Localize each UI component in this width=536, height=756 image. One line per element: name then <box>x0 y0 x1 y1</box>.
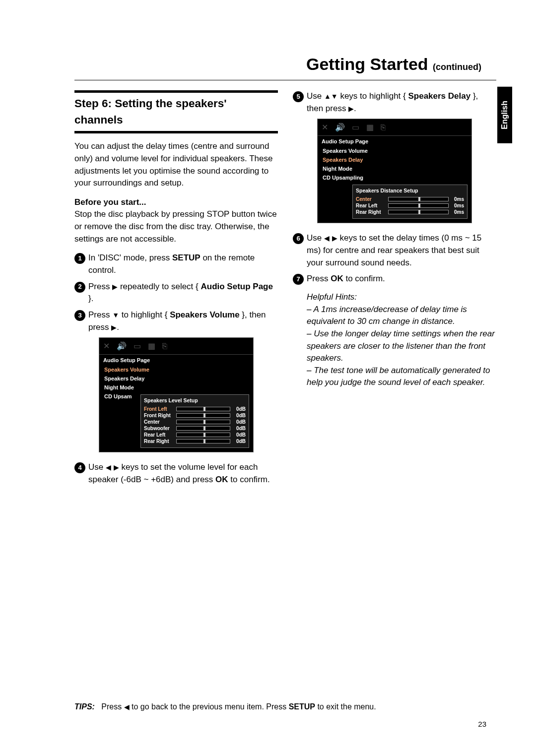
step-5: 5 Use ▲▼ keys to highlight { Speakers De… <box>293 90 496 115</box>
step-3: 3 Press ▼ to highlight { Speakers Volume… <box>74 309 278 333</box>
helpful-hints: Helpful Hints: – A 1ms increase/decrease… <box>293 291 496 389</box>
osd1-title: Audio Setup Page <box>99 355 253 366</box>
right-arrow-icon: ▶ <box>112 283 118 291</box>
slider-icon <box>176 407 230 411</box>
step-badge-1: 1 <box>74 253 85 264</box>
step-badge-4: 4 <box>74 462 85 473</box>
content-columns: Step 6: Setting the speakers' channels Y… <box>74 90 496 490</box>
down-arrow-icon: ▼ <box>112 311 119 319</box>
step-2-text: Press ▶ repeatedly to select { Audio Set… <box>88 281 278 305</box>
right-arrow-icon: ▶ <box>348 105 354 113</box>
hint-3: – The test tone will be automatically ge… <box>307 365 496 389</box>
down-arrow-icon: ▼ <box>331 92 338 100</box>
osd2-row-2: Rear Right0ms <box>356 209 464 215</box>
step-2: 2 Press ▶ repeatedly to select { Audio S… <box>74 281 278 305</box>
slider-icon <box>388 203 449 208</box>
osd2-item-0: Speakers Volume <box>318 147 471 156</box>
osd1-row-3: Subwoofer0dB <box>144 425 246 432</box>
osd1-row-1: Front Right0dB <box>144 412 246 419</box>
heading-main: Getting Started <box>306 55 428 73</box>
slider-icon <box>388 210 449 214</box>
osd-speakers-volume: ✕ 🔊 ▭ ▦ ⎘ Audio Setup Page Speakers Volu… <box>99 337 254 452</box>
step-7: 7 Press OK to confirm. <box>293 273 496 285</box>
section-title: Step 6: Setting the speakers' channels <box>74 93 278 131</box>
step-6-text: Use ◀ ▶ keys to set the delay times (0 m… <box>307 232 496 269</box>
left-arrow-icon: ◀ <box>324 234 330 242</box>
step-badge-3: 3 <box>74 310 85 321</box>
right-arrow-icon: ▶ <box>114 463 119 471</box>
slider-icon <box>176 426 230 431</box>
tool-icon: ✕ <box>103 340 110 352</box>
left-arrow-icon: ◀ <box>106 463 111 471</box>
video-icon: ▭ <box>134 340 141 352</box>
hint-1: – A 1ms increase/decrease of delay time … <box>307 304 496 328</box>
slider-icon <box>176 433 230 437</box>
video-icon: ▭ <box>352 122 359 133</box>
osd-tab-icons: ✕ 🔊 ▭ ▦ ⎘ <box>318 119 471 136</box>
slider-icon <box>388 197 449 201</box>
language-tab: English <box>497 87 512 143</box>
hint-2: – Use the longer delay time settings whe… <box>307 328 496 365</box>
osd2-title: Audio Setup Page <box>318 136 471 147</box>
osd2-panel: Speakers Distance Setup Center0ms Rear L… <box>352 185 468 219</box>
tips-footer: TIPS: Press ◀ to go back to the previous… <box>74 702 481 711</box>
page-number: 23 <box>478 720 486 728</box>
exit-icon: ⎘ <box>381 122 386 133</box>
step-7-text: Press OK to confirm. <box>307 273 496 285</box>
step-badge-6: 6 <box>293 233 304 244</box>
osd1-panel-title: Speakers Level Setup <box>144 397 246 404</box>
step-badge-7: 7 <box>293 274 304 285</box>
step-3-text: Press ▼ to highlight { Speakers Volume }… <box>88 309 278 333</box>
exit-icon: ⎘ <box>162 340 167 352</box>
osd1-item-1: Speakers Delay <box>99 375 253 383</box>
osd2-item-2: Night Mode <box>318 165 471 174</box>
slider-icon <box>176 413 230 418</box>
osd-speakers-delay: ✕ 🔊 ▭ ▦ ⎘ Audio Setup Page Speakers Volu… <box>317 119 472 223</box>
step-4: 4 Use ◀ ▶ keys to set the volume level f… <box>74 461 278 486</box>
hints-label: Helpful Hints: <box>307 291 496 304</box>
osd1-row-0: Front Left0dB <box>144 406 246 412</box>
intro-paragraph: You can adjust the delay times (centre a… <box>74 140 278 189</box>
left-arrow-icon: ◀ <box>124 703 130 711</box>
osd1-row-2: Center0dB <box>144 419 246 425</box>
right-column: 5 Use ▲▼ keys to highlight { Speakers De… <box>293 90 496 490</box>
osd2-item-3: CD Upsampling <box>318 174 471 183</box>
step-5-text: Use ▲▼ keys to highlight { Speakers Dela… <box>307 90 496 115</box>
slider-icon <box>176 420 230 424</box>
grid-icon: ▦ <box>366 122 374 133</box>
step-4-text: Use ◀ ▶ keys to set the volume level for… <box>88 461 278 486</box>
osd1-item-3: CD Upsam <box>99 392 140 401</box>
tips-label: TIPS: <box>74 702 95 711</box>
step-badge-5: 5 <box>293 91 304 102</box>
step-1: 1 In 'DISC' mode, press SETUP on the rem… <box>74 252 278 276</box>
right-arrow-icon: ▶ <box>111 323 117 331</box>
slider-icon <box>176 439 230 443</box>
step-badge-2: 2 <box>74 282 85 293</box>
left-column: Step 6: Setting the speakers' channels Y… <box>74 90 278 490</box>
osd1-item-0: Speakers Volume <box>99 366 253 375</box>
grid-icon: ▦ <box>148 340 155 352</box>
osd2-panel-title: Speakers Distance Setup <box>356 187 464 194</box>
osd2-row-0: Center0ms <box>356 196 464 202</box>
before-text: Stop the disc playback by pressing STOP … <box>74 209 277 243</box>
speaker-icon: 🔊 <box>335 122 345 133</box>
right-arrow-icon: ▶ <box>332 234 337 242</box>
speaker-icon: 🔊 <box>117 340 127 352</box>
osd1-row-5: Rear Right0dB <box>144 438 246 444</box>
osd1-panel: Speakers Level Setup Front Left0dB Front… <box>140 394 249 448</box>
osd1-item-2: Night Mode <box>99 383 253 392</box>
osd2-row-1: Rear Left0ms <box>356 202 464 209</box>
manual-page: Getting Started (continued) English Step… <box>0 0 536 756</box>
osd2-item-1: Speakers Delay <box>318 156 471 165</box>
before-label: Before you start... <box>74 197 146 207</box>
step-6: 6 Use ◀ ▶ keys to set the delay times (0… <box>293 232 496 269</box>
page-heading: Getting Started (continued) <box>74 55 496 80</box>
step-1-text: In 'DISC' mode, press SETUP on the remot… <box>88 252 278 276</box>
tool-icon: ✕ <box>322 122 328 133</box>
heading-continued: (continued) <box>433 62 481 72</box>
osd1-row-4: Rear Left0dB <box>144 432 246 438</box>
before-paragraph: Before you start... Stop the disc playba… <box>74 196 278 246</box>
up-arrow-icon: ▲ <box>324 92 331 100</box>
osd-tab-icons: ✕ 🔊 ▭ ▦ ⎘ <box>99 338 253 355</box>
section-title-bar: Step 6: Setting the speakers' channels <box>74 90 278 133</box>
